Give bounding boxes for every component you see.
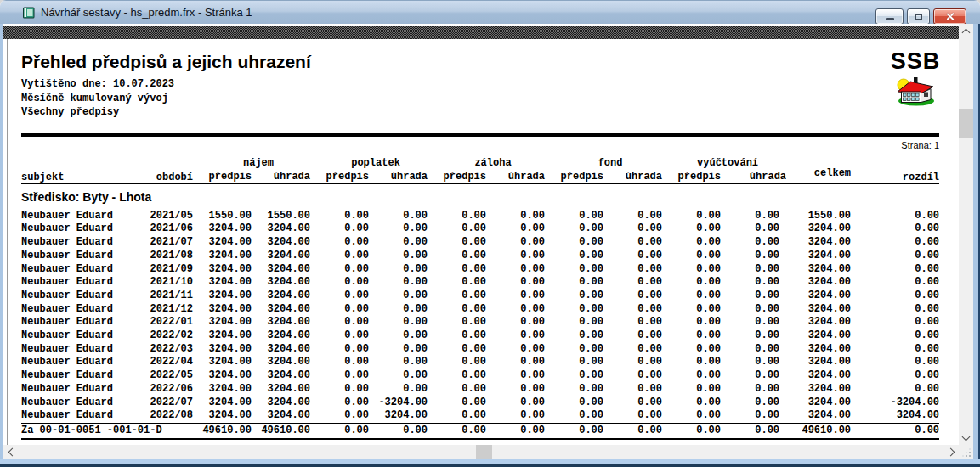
cell-value: 0.00 <box>728 250 786 263</box>
cell-value: 0.00 <box>376 236 434 250</box>
cell-value: 3204.00 <box>200 316 258 329</box>
cell-obdobi: 2021/10 <box>147 276 200 290</box>
cell-value: 3204.00 <box>258 222 317 236</box>
horizontal-scrollbar[interactable] <box>3 445 959 459</box>
col-header-celkem-label: celkem <box>814 167 851 179</box>
restore-button[interactable] <box>907 8 930 25</box>
col-header-zaloha-uhrada: úhrada <box>493 170 552 184</box>
cell-value: 0.00 <box>493 303 552 317</box>
resize-grip[interactable] <box>959 445 973 459</box>
col-header-obdobi: období <box>147 156 200 184</box>
cell-value: 1550.00 <box>200 210 258 223</box>
cell-subjekt: Neubauer Eduard <box>21 303 147 317</box>
cell-value: 3204.00 <box>786 263 858 277</box>
table-row: Neubauer Eduard2022/053204.003204.000.00… <box>21 369 939 383</box>
cell-value: 3204.00 <box>786 316 858 329</box>
col-header-vyuctovani-uhrada: úhrada <box>728 170 786 184</box>
cell-value: 0.00 <box>610 383 669 397</box>
scroll-left-button[interactable] <box>3 445 18 459</box>
table-row: Neubauer Eduard2021/093204.003204.000.00… <box>21 263 939 277</box>
cell-value: 0.00 <box>669 369 728 383</box>
cell-value: 0.00 <box>858 210 939 223</box>
house-logo-icon <box>893 74 938 106</box>
cell-value: 0.00 <box>552 290 610 303</box>
cell-obdobi: 2022/02 <box>147 329 200 343</box>
cell-value: 0.00 <box>376 222 434 236</box>
table-footer: Za 00-01-0051 -001-01-D 49610.0049610.00… <box>21 423 939 439</box>
window-controls <box>875 8 966 25</box>
cell-value: 0.00 <box>493 236 552 250</box>
vertical-scrollbar-thumb[interactable] <box>959 109 973 138</box>
cell-value: 0.00 <box>552 316 610 329</box>
header-rule <box>21 133 939 137</box>
col-header-zaloha-predpis: předpis <box>434 170 493 184</box>
cell-value: 0.00 <box>858 316 939 329</box>
cell-value: -3204.00 <box>858 397 939 410</box>
cell-value: 0.00 <box>728 397 786 410</box>
cell-value: 0.00 <box>552 236 610 250</box>
cell-value: 3204.00 <box>786 222 858 236</box>
cell-value: 3204.00 <box>786 290 858 303</box>
footer-value: 49610.00 <box>200 423 258 439</box>
close-icon <box>945 12 955 21</box>
footer-value: 0.00 <box>728 423 786 439</box>
col-header-fond-predpis: předpis <box>552 170 610 184</box>
cell-value: 0.00 <box>552 369 610 383</box>
cell-value: 0.00 <box>434 397 493 410</box>
cell-value: 0.00 <box>669 383 728 397</box>
cell-value: 0.00 <box>434 303 493 317</box>
cell-subjekt: Neubauer Eduard <box>21 329 147 343</box>
cell-value: 0.00 <box>376 329 434 343</box>
cell-value: 0.00 <box>434 383 493 397</box>
cell-value: 3204.00 <box>200 383 258 397</box>
cell-value: 3204.00 <box>258 409 317 423</box>
cell-value: 0.00 <box>610 329 669 343</box>
cell-value: 3204.00 <box>200 397 258 410</box>
cell-obdobi: 2022/07 <box>147 397 200 410</box>
report-table-body: Středisko: Byty - Lhota Neubauer Eduard2… <box>21 184 939 424</box>
cell-subjekt: Neubauer Eduard <box>21 290 147 303</box>
minimize-button[interactable] <box>875 8 904 25</box>
cell-value: 0.00 <box>317 369 376 383</box>
cell-value: 3204.00 <box>786 329 858 343</box>
cell-value: 3204.00 <box>200 369 258 383</box>
table-row: Neubauer Eduard2022/073204.003204.000.00… <box>21 397 939 410</box>
cell-value: 0.00 <box>610 290 669 303</box>
cell-value: 3204.00 <box>258 343 317 357</box>
report-subtitle-1: Měsíčně kumulovaný vývoj <box>21 93 168 104</box>
cell-value: 0.00 <box>610 250 669 263</box>
cell-value: 3204.00 <box>200 222 258 236</box>
cell-value: 0.00 <box>317 397 376 410</box>
cell-value: 0.00 <box>493 263 552 277</box>
cell-value: 0.00 <box>376 383 434 397</box>
table-row: Neubauer Eduard2021/051550.001550.000.00… <box>21 210 939 223</box>
cell-value: 0.00 <box>610 409 669 423</box>
cell-value: 0.00 <box>493 250 552 263</box>
cell-value: 0.00 <box>552 343 610 357</box>
close-button[interactable] <box>933 8 966 25</box>
window-title: Návrhář sestavy - hs_predm.frx - Stránka… <box>41 6 252 19</box>
cell-value: 3204.00 <box>258 383 317 397</box>
cell-value: 0.00 <box>858 250 939 263</box>
cell-value: 0.00 <box>858 369 939 383</box>
cell-value: 0.00 <box>317 329 376 343</box>
cell-subjekt: Neubauer Eduard <box>21 250 147 263</box>
cell-value: 3204.00 <box>200 356 258 369</box>
cell-value: 0.00 <box>728 316 786 329</box>
window-border-bottom <box>0 459 980 467</box>
scroll-up-button[interactable] <box>959 24 973 38</box>
cell-value: 0.00 <box>493 210 552 223</box>
vertical-scrollbar[interactable] <box>959 24 973 445</box>
scroll-right-button[interactable] <box>944 445 959 459</box>
cell-value: 3204.00 <box>258 250 317 263</box>
horizontal-scrollbar-thumb[interactable] <box>476 445 492 459</box>
title-bar[interactable]: Návrhář sestavy - hs_predm.frx - Stránka… <box>0 0 980 24</box>
cell-subjekt: Neubauer Eduard <box>21 383 147 397</box>
cell-value: 0.00 <box>493 397 552 410</box>
table-row: Neubauer Eduard2021/073204.003204.000.00… <box>21 236 939 250</box>
cell-value: 3204.00 <box>258 316 317 329</box>
scroll-down-button[interactable] <box>959 430 973 445</box>
cell-value: 3204.00 <box>200 236 258 250</box>
cell-value: 3204.00 <box>858 409 939 423</box>
cell-subjekt: Neubauer Eduard <box>21 369 147 383</box>
